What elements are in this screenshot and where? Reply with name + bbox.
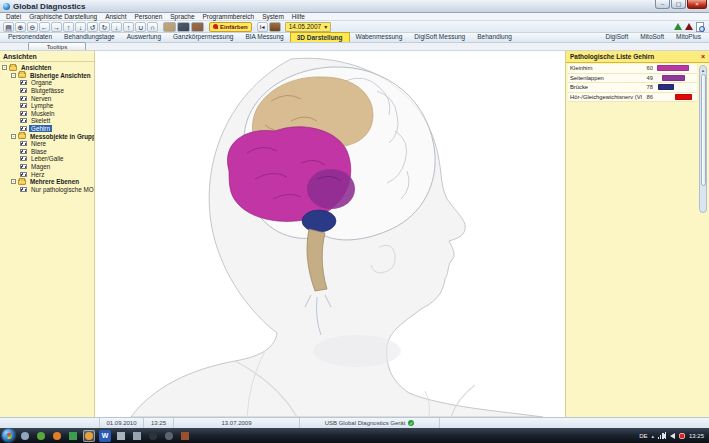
tree-item-leber-galle[interactable]: Leber/Galle (0, 155, 94, 163)
menu-personen[interactable]: Personen (130, 13, 166, 21)
pathology-row-seitenlappen[interactable]: Seitenlappen49 (568, 74, 697, 84)
menu-ansicht[interactable]: Ansicht (101, 13, 130, 21)
tree-item-herz[interactable]: Herz (0, 170, 94, 178)
pathology-row-br-cke[interactable]: Brücke78 (568, 83, 697, 93)
export-red-icon[interactable] (685, 23, 693, 30)
taskbar-app-8[interactable] (131, 430, 143, 442)
panel-scrollbar[interactable]: ▴ (699, 65, 707, 213)
view-preset-3-button[interactable] (191, 22, 204, 32)
print-icon[interactable]: ▤ (3, 22, 14, 32)
tab-ganzk-rpermessung[interactable]: Ganzkörpermessung (167, 32, 239, 42)
arc-open-icon[interactable]: ∪ (135, 22, 146, 32)
menu-datei[interactable]: Datei (2, 13, 25, 21)
taskbar-app-3[interactable] (51, 430, 63, 442)
menu-graphische-darstellung[interactable]: Graphische Darstellung (25, 13, 101, 21)
tree-item-label: Bisherige Ansichten (28, 72, 93, 79)
date-dropdown[interactable]: 14.05.2007 ▾ (285, 22, 332, 32)
notification-icon[interactable] (679, 433, 685, 439)
brain-pons-region[interactable] (302, 210, 336, 232)
brain-deep-region[interactable] (307, 169, 355, 209)
panel-view-icon[interactable] (269, 22, 281, 32)
start-button[interactable] (2, 429, 15, 442)
tree-item-niere[interactable]: Niere (0, 140, 94, 148)
taskbar-clock[interactable]: 13:25 (689, 433, 704, 439)
tree-item-organe[interactable]: Organe (0, 79, 94, 87)
export-green-icon[interactable] (674, 23, 682, 30)
pathology-row-h-r-gleichgewichtsnerv-viii[interactable]: Hör-/Gleichgewichtsnerv (VIII)86 (568, 93, 697, 103)
tree-item-label: Messobjekte in Gruppen (28, 133, 95, 140)
tab-behandlung[interactable]: Behandlung (471, 32, 518, 42)
scroll-up-icon[interactable]: ▴ (700, 66, 706, 74)
rotate-cw-icon[interactable]: ↻ (99, 22, 110, 32)
tree-item-nerven[interactable]: Nerven (0, 94, 94, 102)
ibeam-tool-icon[interactable]: I◂ (257, 22, 268, 32)
tab-wabenmessung[interactable]: Wabenmessung (350, 32, 409, 42)
tree-item-mehrere-ebenen[interactable]: -Mehrere Ebenen (0, 178, 94, 186)
taskbar-app-10[interactable] (163, 430, 175, 442)
view-preset-2-button[interactable] (177, 22, 190, 32)
status-device: USB Global Diagnostics Gerät ✓ (300, 418, 440, 428)
zoom-out-icon[interactable]: ⊖ (27, 22, 38, 32)
expander-icon[interactable]: - (11, 73, 16, 78)
taskbar-app-9[interactable] (147, 430, 159, 442)
tilt-down-icon[interactable]: ↓ (111, 22, 122, 32)
language-indicator[interactable]: DE (639, 433, 647, 439)
tree-item-lymphe[interactable]: Lymphe (0, 102, 94, 110)
viewer-3d[interactable] (95, 51, 565, 417)
tab-tooltips[interactable]: Tooltips (28, 42, 86, 50)
taskbar-app-2[interactable] (35, 430, 47, 442)
menu-programmbereich[interactable]: Programmbereich (199, 13, 259, 21)
pathology-row-kleinhirn[interactable]: Kleinhirn60 (568, 64, 697, 74)
menu-sprache[interactable]: Sprache (166, 13, 198, 21)
taskbar-app-11[interactable] (179, 430, 191, 442)
taskbar-app-word[interactable]: W (99, 430, 111, 442)
tree-item-nur-pathologische-mos[interactable]: Nur pathologische MOs (0, 186, 94, 194)
menu-system[interactable]: System (258, 13, 288, 21)
taskbar-app-7[interactable] (115, 430, 127, 442)
pan-left-icon[interactable]: ← (39, 22, 50, 32)
tree-item-ansichten[interactable]: -Ansichten (0, 64, 94, 72)
scroll-thumb[interactable] (701, 74, 706, 186)
expander-icon[interactable]: - (11, 134, 16, 139)
view-preset-1-button[interactable] (163, 22, 176, 32)
close-button[interactable]: × (687, 0, 707, 9)
tab-3d-darstellung[interactable]: 3D Darstellung (290, 32, 350, 42)
rotate-ccw-icon[interactable]: ↺ (87, 22, 98, 32)
tab-personendaten[interactable]: Personendaten (2, 32, 58, 42)
hidden-icons-button[interactable]: ▴ (651, 433, 654, 439)
pan-up-icon[interactable]: ↑ (63, 22, 74, 32)
tab-auswertung[interactable]: Auswertung (121, 32, 167, 42)
expander-icon[interactable]: - (2, 65, 7, 70)
pan-right-icon[interactable]: → (51, 22, 62, 32)
arc-close-icon[interactable]: ∩ (147, 22, 158, 32)
tab-mitosoft[interactable]: MitoSoft (634, 32, 670, 42)
taskbar-app-1[interactable] (19, 430, 31, 442)
tree-item-messobjekte-in-gruppen[interactable]: -Messobjekte in Gruppen (0, 132, 94, 140)
chevron-down-icon: ▾ (324, 23, 327, 30)
report-preview-icon[interactable] (696, 22, 704, 32)
tab-behandlungstage[interactable]: Behandlungstage (58, 32, 121, 42)
tree-item-blutgef-sse[interactable]: Blutgefässe (0, 87, 94, 95)
tree-item-skelett[interactable]: Skelett (0, 117, 94, 125)
tab-mitoplus[interactable]: MitoPlus (670, 32, 707, 42)
pan-down-icon[interactable]: ↓ (75, 22, 86, 32)
colorize-button[interactable]: Einfärben (209, 22, 252, 32)
expander-icon[interactable]: - (11, 179, 16, 184)
zoom-in-icon[interactable]: ⊕ (15, 22, 26, 32)
maximize-button[interactable]: ▢ (671, 0, 686, 9)
tree-item-muskeln[interactable]: Muskeln (0, 110, 94, 118)
tab-digisoft-messung[interactable]: DigiSoft Messung (408, 32, 471, 42)
minimize-button[interactable]: – (655, 0, 670, 9)
tree-item-blase[interactable]: Blase (0, 148, 94, 156)
tree-item-magen[interactable]: Magen (0, 163, 94, 171)
taskbar-app-4[interactable] (67, 430, 79, 442)
tab-bia-messung[interactable]: BIA Messung (239, 32, 289, 42)
menu-hilfe[interactable]: Hilfe (288, 13, 309, 21)
tree-item-gehirn[interactable]: Gehirn (0, 125, 94, 133)
tilt-up-icon[interactable]: ↑ (123, 22, 134, 32)
tree-item-bisherige-ansichten[interactable]: -Bisherige Ansichten (0, 72, 94, 80)
volume-icon[interactable] (670, 433, 675, 439)
taskbar-app-global-diagnostics[interactable] (83, 430, 95, 442)
panel-close-icon[interactable]: × (701, 53, 705, 60)
tab-digisoft[interactable]: DigiSoft (599, 32, 634, 42)
